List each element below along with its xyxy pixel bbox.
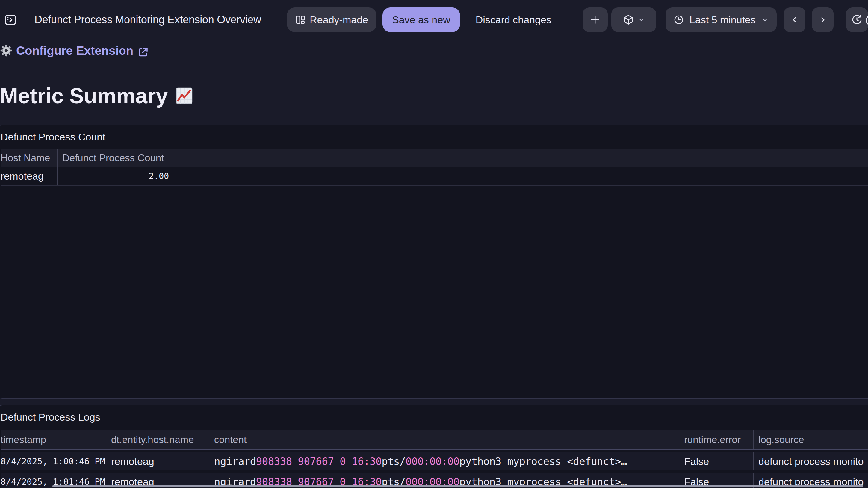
log-host-cell: remoteag <box>106 452 209 470</box>
dashboard-title: Defunct Process Monitoring Extension Ove… <box>34 13 261 26</box>
cube-icon <box>623 14 634 26</box>
sidebar-panel-icon <box>4 13 17 26</box>
clock-icon <box>673 14 684 25</box>
chevron-down-icon <box>638 16 645 23</box>
sidebar-toggle-button[interactable] <box>3 12 18 28</box>
time-shift-back-button[interactable] <box>784 7 805 32</box>
logs-col-header-log-source[interactable]: log.source <box>753 430 868 449</box>
ready-made-label: Ready-made <box>310 14 368 26</box>
discard-changes-button[interactable]: Discard changes <box>476 14 551 26</box>
time-shift-forward-button[interactable] <box>812 7 834 32</box>
clipped-edge-button[interactable] <box>864 14 868 27</box>
log-timestamp-cell: 8/4/2025, 1:00:46 PM <box>1 452 106 470</box>
logs-col-header-dt-entity-host-name[interactable]: dt.entity.host.name <box>106 430 209 449</box>
logs-table: timestampdt.entity.host.namecontentrunti… <box>1 430 868 488</box>
metric-summary-panel: Defunct Process Count Host NameDefunct P… <box>0 125 868 399</box>
configure-extension-link[interactable]: Configure Extension <box>0 44 133 61</box>
log-content-text: python3 myprocess <defunct>… <box>460 455 627 467</box>
ready-made-button[interactable]: Ready-made <box>287 7 376 32</box>
log-content-text: pts/ <box>381 455 406 467</box>
external-link-icon <box>137 46 149 58</box>
log-content-number: 0 <box>406 455 411 467</box>
metric-col-header-host-name[interactable]: Host Name <box>1 150 58 167</box>
layout-blocks-icon <box>295 15 306 25</box>
topbar-actions: Ready-made Save as new Discard changes <box>287 7 868 32</box>
metric-host-cell: remoteag <box>1 167 58 185</box>
log-source-cell: defunct process monito <box>753 452 868 470</box>
scope-selector-button[interactable] <box>611 7 656 32</box>
metric-count-cell: 2.00 <box>58 167 176 185</box>
discard-changes-label: Discard changes <box>476 14 551 26</box>
log-row[interactable]: 8/4/2025, 1:00:46 PMremoteagngirard 9083… <box>1 452 868 470</box>
logs-panel: Defunct Process Logs timestampdt.entity.… <box>0 405 868 488</box>
dashboard-app: Defunct Process Monitoring Extension Ove… <box>0 0 868 488</box>
log-content-text: ngirard <box>214 455 256 467</box>
logs-panel-title: Defunct Process Logs <box>1 411 868 423</box>
metric-col-header-count[interactable]: Defunct Process Count <box>58 150 176 167</box>
gear-icon <box>0 44 12 57</box>
metric-header-filler <box>176 150 868 167</box>
time-range-label: Last 5 minutes <box>689 14 756 26</box>
save-as-new-label: Save as new <box>392 14 451 26</box>
top-bar: Defunct Process Monitoring Extension Ove… <box>0 0 868 39</box>
chevron-left-icon <box>790 15 799 24</box>
metric-row-filler <box>176 167 868 185</box>
logs-col-header-timestamp[interactable]: timestamp <box>1 430 106 449</box>
chevron-down-icon <box>761 16 769 24</box>
metric-table-header: Host NameDefunct Process Count <box>1 150 868 167</box>
metric-panel-title: Defunct Process Count <box>1 131 868 143</box>
chart-increasing-icon <box>174 86 194 106</box>
logs-col-header-runtime-error[interactable]: runtime.error <box>679 430 753 449</box>
section-heading: Metric Summary <box>0 82 868 110</box>
logs-table-body: 8/4/2025, 1:00:46 PMremoteagngirard 9083… <box>1 452 868 488</box>
horizontal-scrollbar-thumb[interactable] <box>53 485 863 487</box>
add-button[interactable] <box>583 7 608 32</box>
metric-table-body: remoteag2.00 <box>1 167 868 186</box>
save-as-new-button[interactable]: Save as new <box>382 7 460 32</box>
plus-icon <box>590 14 600 25</box>
metric-table-row[interactable]: remoteag2.00 <box>1 167 868 186</box>
logs-table-header: timestampdt.entity.host.namecontentrunti… <box>1 430 868 450</box>
time-range-selector[interactable]: Last 5 minutes <box>665 7 777 32</box>
configure-extension-label: Configure Extension <box>16 44 133 58</box>
metric-table: Host NameDefunct Process Count remoteag2… <box>1 150 868 186</box>
chevron-right-icon <box>818 15 827 24</box>
log-content-number: 00:00:00 <box>411 455 460 467</box>
log-content-number: 908338 907667 0 16:30 <box>256 455 381 467</box>
configure-extension-row: Configure Extension <box>0 44 868 61</box>
clock-refresh-icon <box>851 14 863 26</box>
section-heading-label: Metric Summary <box>0 82 168 110</box>
logs-col-header-content[interactable]: content <box>209 430 679 449</box>
log-content-cell: ngirard 908338 907667 0 16:30 pts/0 00:0… <box>209 452 679 470</box>
log-runtime-error-cell: False <box>679 452 753 470</box>
